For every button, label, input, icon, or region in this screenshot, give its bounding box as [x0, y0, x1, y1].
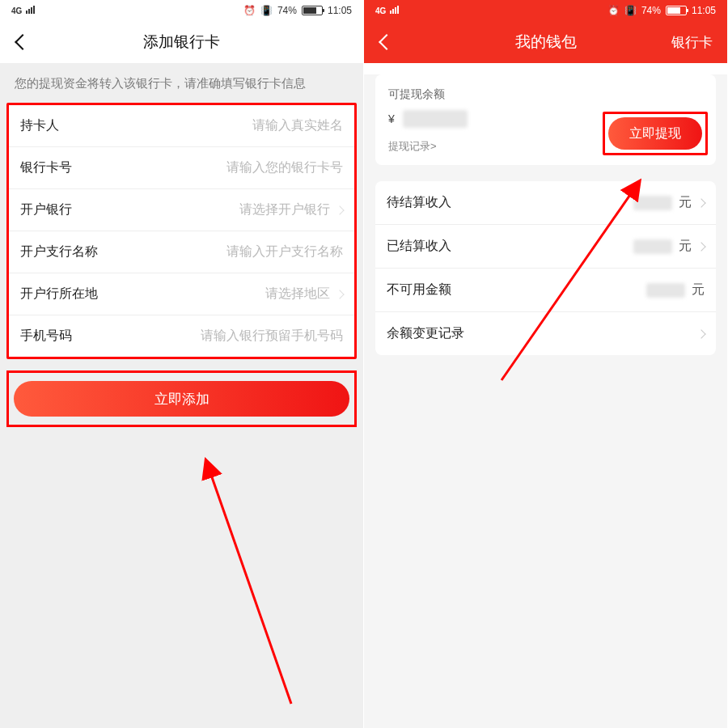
back-button[interactable] — [374, 29, 400, 55]
add-button-highlight: 立即添加 — [6, 370, 357, 427]
back-button[interactable] — [10, 29, 36, 55]
row-settled-income[interactable]: 已结算收入 元 — [375, 225, 716, 269]
battery-label: 74% — [277, 5, 297, 16]
nav-bar: 我的钱包 银行卡 — [364, 21, 727, 63]
bankcard-link[interactable]: 银行卡 — [671, 33, 713, 52]
clock-label: 11:05 — [692, 5, 716, 16]
chevron-right-icon — [696, 242, 705, 251]
field-placeholder: 请选择开户银行 — [239, 201, 343, 218]
field-placeholder: 请输入真实姓名 — [252, 117, 343, 134]
withdraw-button-highlight: 立即提现 — [603, 112, 708, 155]
row-label: 待结算收入 — [387, 194, 451, 211]
battery-icon — [666, 6, 687, 15]
row-balance-log[interactable]: 余额变更记录 — [375, 312, 716, 355]
row-unavailable: 不可用金额 元 — [375, 269, 716, 312]
withdraw-records-label: 提现记录> — [388, 140, 437, 152]
field-placeholder: 请输入银行预留手机号码 — [201, 328, 343, 345]
chevron-right-icon — [335, 205, 344, 214]
left-body: 您的提现资金将转入该银行卡，请准确填写银行卡信息 持卡人 请输入真实姓名 银行卡… — [0, 63, 363, 728]
dual-phone-stage: 4G ⏰ 📳 74% 11:05 添加银行卡 您的提现资金将转入该银行卡，请准确… — [0, 0, 728, 728]
vibrate-icon: 📳 — [624, 5, 637, 16]
withdraw-button[interactable]: 立即提现 — [608, 117, 702, 150]
chevron-left-icon — [379, 34, 395, 50]
field-label: 持卡人 — [20, 117, 59, 134]
chevron-right-icon — [696, 329, 705, 338]
alarm-icon: ⏰ — [607, 5, 620, 16]
balance-label: 可提现余额 — [388, 87, 703, 102]
notice-text: 您的提现资金将转入该银行卡，请准确填写银行卡信息 — [0, 63, 363, 103]
signal-icon — [389, 5, 399, 16]
row-label: 余额变更记录 — [387, 325, 464, 342]
field-label: 开户行所在地 — [20, 286, 98, 303]
network-label: 4G — [375, 6, 386, 15]
row-unit: 元 — [679, 238, 692, 255]
withdraw-button-label: 立即提现 — [629, 125, 681, 142]
field-placeholder: 请输入开户支行名称 — [226, 243, 343, 260]
blurred-value — [646, 283, 685, 298]
row-unit: 元 — [692, 281, 705, 298]
balance-card: 可提现余额 ¥ 立即提现 提现记录> — [375, 74, 716, 165]
row-pending-income[interactable]: 待结算收入 元 — [375, 181, 716, 225]
chevron-right-icon — [335, 290, 344, 298]
network-label: 4G — [11, 6, 22, 15]
row-label: 不可用金额 — [387, 281, 451, 298]
blurred-value — [633, 196, 672, 210]
chevron-right-icon — [696, 198, 705, 207]
page-title: 添加银行卡 — [143, 32, 220, 53]
clock-label: 11:05 — [328, 5, 352, 16]
right-body: 可提现余额 ¥ 立即提现 提现记录> 待结算收入 — [364, 74, 727, 728]
field-bank[interactable]: 开户银行 请选择开户银行 — [9, 189, 354, 231]
page-title: 我的钱包 — [515, 32, 577, 53]
nav-bar: 添加银行卡 — [0, 21, 363, 63]
bankcard-link-label: 银行卡 — [671, 35, 713, 50]
bankcard-form-highlight: 持卡人 请输入真实姓名 银行卡号 请输入您的银行卡号 开户银行 请选择开户银行 … — [6, 103, 357, 359]
add-button-label: 立即添加 — [154, 390, 210, 408]
field-placeholder: 请选择地区 — [265, 286, 343, 303]
battery-label: 74% — [641, 5, 661, 16]
add-button[interactable]: 立即添加 — [14, 381, 349, 417]
field-cardholder[interactable]: 持卡人 请输入真实姓名 — [9, 105, 354, 147]
battery-icon — [302, 6, 323, 15]
field-phone[interactable]: 手机号码 请输入银行预留手机号码 — [9, 315, 354, 357]
blurred-value — [633, 239, 672, 254]
currency-symbol: ¥ — [388, 112, 395, 125]
wallet-list: 待结算收入 元 已结算收入 元 不可用金额 — [375, 181, 716, 355]
field-label: 手机号码 — [20, 328, 72, 345]
field-cardnumber[interactable]: 银行卡号 请输入您的银行卡号 — [9, 147, 354, 189]
signal-icon — [25, 5, 35, 16]
blurred-amount — [403, 110, 468, 128]
vibrate-icon: 📳 — [260, 5, 273, 16]
field-region[interactable]: 开户行所在地 请选择地区 — [9, 273, 354, 315]
field-placeholder: 请输入您的银行卡号 — [226, 159, 343, 176]
field-label: 开户银行 — [20, 201, 72, 218]
field-label: 银行卡号 — [20, 159, 72, 176]
field-branch[interactable]: 开户支行名称 请输入开户支行名称 — [9, 231, 354, 273]
phone-left: 4G ⏰ 📳 74% 11:05 添加银行卡 您的提现资金将转入该银行卡，请准确… — [0, 0, 364, 728]
phone-right: 4G ⏰ 📳 74% 11:05 我的钱包 银行卡 可提现余额 — [364, 0, 728, 728]
status-bar: 4G ⏰ 📳 74% 11:05 — [0, 0, 363, 21]
alarm-icon: ⏰ — [243, 5, 256, 16]
row-label: 已结算收入 — [387, 238, 451, 255]
chevron-left-icon — [15, 34, 31, 50]
status-bar: 4G ⏰ 📳 74% 11:05 — [364, 0, 727, 21]
row-unit: 元 — [679, 194, 692, 211]
field-label: 开户支行名称 — [20, 243, 98, 260]
